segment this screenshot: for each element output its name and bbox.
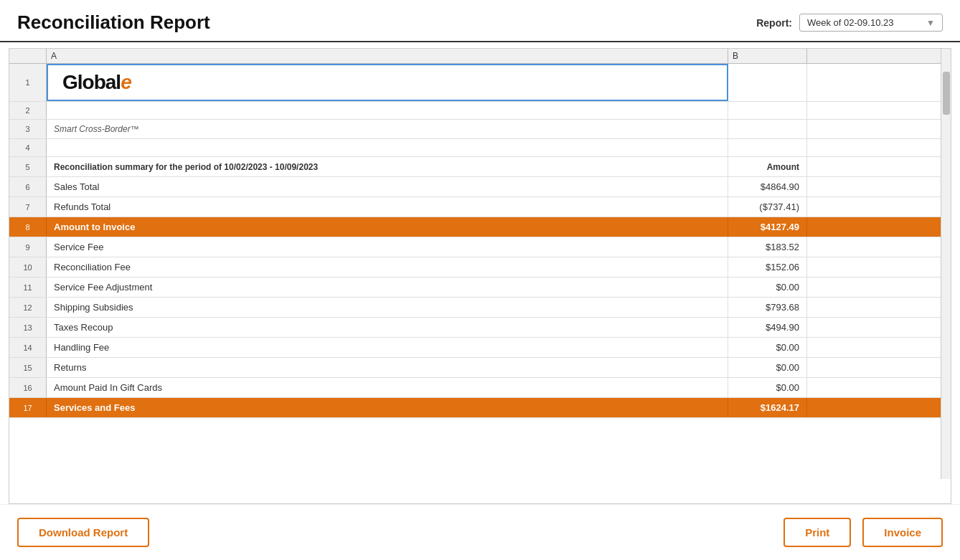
report-label: Report: <box>756 17 792 29</box>
col-c-header <box>807 49 951 63</box>
cell-c-7 <box>807 197 951 217</box>
page-header: Reconciliation Report Report: Week of 02… <box>0 0 960 41</box>
report-dropdown-value: Week of 02-09.10.23 <box>807 17 893 28</box>
cell-b-17: $1624.17 <box>728 398 807 417</box>
cell-c-16 <box>807 378 951 397</box>
table-row: 14 Handling Fee $0.00 <box>9 338 951 358</box>
cell-a-4 <box>47 139 728 156</box>
table-row: 13 Taxes Recoup $494.90 <box>9 318 951 338</box>
cell-b-2 <box>728 102 807 119</box>
row-num: 12 <box>9 298 47 317</box>
cell-c-12 <box>807 298 951 317</box>
row-num-header <box>9 49 47 63</box>
print-button[interactable]: Print <box>783 518 851 547</box>
cell-a-16: Amount Paid In Gift Cards <box>47 378 728 397</box>
cell-a-13: Taxes Recoup <box>47 318 728 337</box>
header-divider <box>0 41 960 42</box>
cell-a-5: Reconciliation summary for the period of… <box>47 157 728 176</box>
table-row-highlighted: 8 Amount to Invoice $4127.49 <box>9 217 951 237</box>
cell-b-8: $4127.49 <box>728 217 807 237</box>
table-row: 1 Globale <box>9 64 951 102</box>
cell-a-11: Service Fee Adjustment <box>47 277 728 297</box>
cell-a-17: Services and Fees <box>47 398 728 417</box>
cell-b-3 <box>728 120 807 138</box>
table-row: 15 Returns $0.00 <box>9 358 951 378</box>
cell-c-1 <box>807 64 951 101</box>
cell-b-9: $183.52 <box>728 237 807 257</box>
row-num: 4 <box>9 139 47 156</box>
chevron-down-icon: ▼ <box>926 18 935 28</box>
cell-b-10: $152.06 <box>728 257 807 277</box>
cell-c-8 <box>807 217 951 237</box>
cell-c-14 <box>807 338 951 357</box>
cell-b-6: $4864.90 <box>728 177 807 196</box>
cell-c-9 <box>807 237 951 257</box>
cell-c-3 <box>807 120 951 138</box>
cell-a-14: Handling Fee <box>47 338 728 357</box>
cell-c-11 <box>807 277 951 297</box>
cell-c-5 <box>807 157 951 176</box>
cell-a-15: Returns <box>47 358 728 377</box>
footer-right: Print Invoice <box>783 518 943 547</box>
row-num: 11 <box>9 277 47 297</box>
table-row: 16 Amount Paid In Gift Cards $0.00 <box>9 378 951 398</box>
table-row: 4 <box>9 139 951 157</box>
column-header-row: A B <box>9 49 951 64</box>
spreadsheet: A B 1 Globale 2 3 Smart Cross <box>9 49 951 503</box>
table-row: 3 Smart Cross-Border™ <box>9 120 951 139</box>
footer-left: Download Report <box>17 518 149 547</box>
row-num: 7 <box>9 197 47 217</box>
cell-b-5: Amount <box>728 157 807 176</box>
cell-b-16: $0.00 <box>728 378 807 397</box>
row-num: 16 <box>9 378 47 397</box>
scrollbar[interactable] <box>941 49 951 479</box>
row-num: 6 <box>9 177 47 196</box>
cell-a-2 <box>47 102 728 119</box>
footer: Download Report Print Invoice <box>0 504 960 560</box>
row-num: 5 <box>9 157 47 176</box>
table-row: 10 Reconciliation Fee $152.06 <box>9 257 951 277</box>
report-dropdown[interactable]: Week of 02-09.10.23 ▼ <box>799 14 943 32</box>
cell-b-15: $0.00 <box>728 358 807 377</box>
summary-period-label: Reconciliation summary for the period of… <box>54 162 318 172</box>
cell-c-6 <box>807 177 951 196</box>
row-num: 13 <box>9 318 47 337</box>
cell-b-4 <box>728 139 807 156</box>
row-num: 1 <box>9 64 47 101</box>
cell-b-7: ($737.41) <box>728 197 807 217</box>
row-num: 15 <box>9 358 47 377</box>
cell-c-13 <box>807 318 951 337</box>
row-num: 9 <box>9 237 47 257</box>
cell-b-14: $0.00 <box>728 338 807 357</box>
download-report-button[interactable]: Download Report <box>17 518 149 547</box>
scroll-thumb[interactable] <box>943 72 950 115</box>
row-num: 8 <box>9 217 47 237</box>
cell-c-2 <box>807 102 951 119</box>
invoice-button[interactable]: Invoice <box>862 518 943 547</box>
logo-cell[interactable]: Globale <box>47 64 728 101</box>
row-num: 3 <box>9 120 47 138</box>
logo-subtitle: Smart Cross-Border™ <box>54 124 139 134</box>
col-b-header: B <box>728 49 807 63</box>
row-num: 17 <box>9 398 47 417</box>
cell-a-9: Service Fee <box>47 237 728 257</box>
table-row: 12 Shipping Subsidies $793.68 <box>9 298 951 318</box>
table-row: 2 <box>9 102 951 120</box>
table-row: 6 Sales Total $4864.90 <box>9 177 951 197</box>
cell-a-10: Reconciliation Fee <box>47 257 728 277</box>
table-row: 9 Service Fee $183.52 <box>9 237 951 257</box>
cell-c-4 <box>807 139 951 156</box>
logo-global-icon: Globale <box>62 71 131 94</box>
col-a-header: A <box>47 49 728 63</box>
row-num: 2 <box>9 102 47 119</box>
cell-b-11: $0.00 <box>728 277 807 297</box>
cell-a-8: Amount to Invoice <box>47 217 728 237</box>
cell-a-12: Shipping Subsidies <box>47 298 728 317</box>
tabs-bar: Summary Products Orders ShippingPerParce… <box>9 503 951 504</box>
table-row: 7 Refunds Total ($737.41) <box>9 197 951 217</box>
amount-header: Amount <box>767 162 799 172</box>
cell-c-15 <box>807 358 951 377</box>
cell-b-12: $793.68 <box>728 298 807 317</box>
table-row: 5 Reconciliation summary for the period … <box>9 157 951 177</box>
cell-b-1 <box>728 64 807 101</box>
